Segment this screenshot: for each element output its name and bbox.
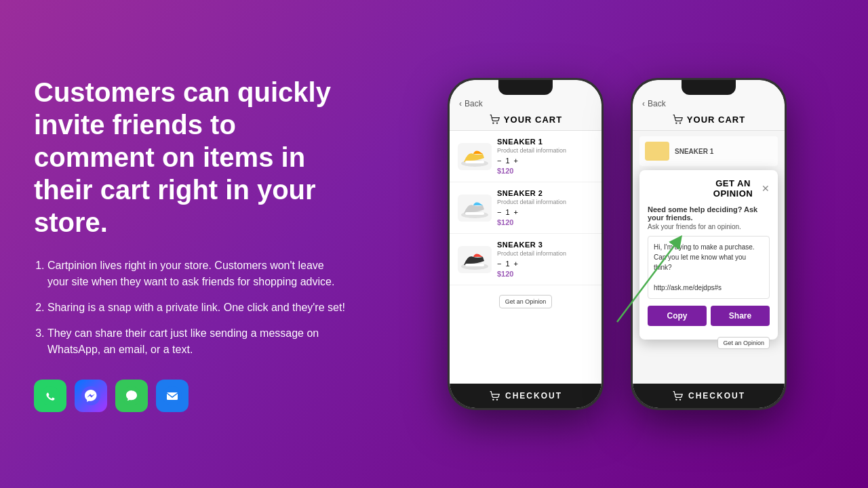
modal-header: GET AN OPINION ✕ — [648, 178, 770, 199]
phone-2-screen: ‹ Back YOUR CART SNEAKER — [633, 80, 785, 408]
item-3-price: $120 — [497, 270, 593, 278]
checkout-label-2: CHECKOUT — [688, 391, 745, 401]
messenger-icon[interactable] — [75, 380, 107, 412]
cart-title-label-1: YOUR CART — [504, 115, 562, 125]
svg-point-15 — [675, 122, 677, 123]
cart-title-label-2: YOUR CART — [687, 115, 745, 125]
item-2-details: SNEAKER 2 Product detail information − 1… — [497, 189, 593, 226]
phone-2-item-1-label: SNEAKER 1 — [675, 148, 713, 155]
svg-point-1 — [81, 386, 100, 405]
modal-buttons: Copy Share — [648, 306, 770, 326]
svg-point-5 — [492, 122, 494, 123]
svg-point-13 — [492, 399, 494, 400]
svg-point-0 — [41, 386, 60, 405]
back-button-1[interactable]: ‹ Back — [459, 99, 592, 108]
phone-2-footer[interactable]: CHECKOUT — [633, 384, 785, 408]
svg-point-6 — [496, 122, 498, 123]
left-panel: Customers can quickly invite friends to … — [0, 49, 380, 439]
item-3-name: SNEAKER 3 — [497, 241, 593, 249]
modal-title: GET AN OPINION — [705, 178, 762, 199]
svg-point-14 — [496, 399, 498, 400]
item-2-qty: − 1 + — [497, 208, 593, 216]
cart-item-2: SNEAKER 2 Product detail information − 1… — [450, 182, 601, 234]
qty-minus-3[interactable]: − — [497, 260, 501, 268]
checkout-label-1: CHECKOUT — [505, 391, 562, 401]
back-label-1: Back — [465, 99, 483, 108]
qty-plus-3[interactable]: + — [514, 260, 518, 268]
phone-1-content: SNEAKER 1 Product detail information − 1… — [450, 131, 601, 384]
phone-2-notch — [682, 80, 736, 95]
share-button[interactable]: Share — [711, 306, 770, 326]
qty-minus-1[interactable]: − — [497, 157, 501, 165]
qty-val-1: 1 — [505, 157, 509, 165]
feature-item-3: They can share their cart just like send… — [47, 325, 346, 358]
item-2-desc: Product detail information — [497, 199, 593, 205]
phone-1-footer[interactable]: CHECKOUT — [450, 384, 601, 408]
item-2-name: SNEAKER 2 — [497, 189, 593, 197]
feature-item-2: Sharing is a snap with a private link. O… — [47, 300, 346, 316]
phone-2-content: SNEAKER 1 GET AN OPINION ✕ Need some hel… — [633, 131, 785, 384]
mail-icon[interactable] — [156, 380, 189, 412]
modal-message-text: Hi, I'm trying to make a purchase. Can y… — [654, 243, 755, 291]
phone-1: ‹ Back YOUR CART — [448, 78, 604, 410]
app-icons — [34, 380, 346, 412]
item-1-price: $120 — [497, 167, 593, 175]
svg-rect-12 — [465, 264, 484, 266]
feature-list: Cartpinion lives right in your store. Cu… — [34, 258, 346, 358]
phone-2: ‹ Back YOUR CART SNEAKER — [631, 78, 787, 410]
modal-subtitle: Need some help deciding? Ask your friend… — [648, 205, 770, 222]
item-1-name: SNEAKER 1 — [497, 138, 593, 146]
item-1-qty: − 1 + — [497, 157, 593, 165]
item-2-image — [458, 195, 492, 222]
svg-point-16 — [679, 122, 681, 123]
qty-minus-2[interactable]: − — [497, 208, 501, 216]
back-label-2: Back — [648, 99, 666, 108]
item-3-qty: − 1 + — [497, 260, 593, 268]
sneaker1-label: SNEAKER 1 — [675, 148, 713, 155]
phone-1-screen: ‹ Back YOUR CART — [450, 80, 601, 408]
modal-close-button[interactable]: ✕ — [762, 183, 770, 194]
qty-plus-1[interactable]: + — [514, 157, 518, 165]
item-1-details: SNEAKER 1 Product detail information − 1… — [497, 138, 593, 175]
phones-container: ‹ Back YOUR CART — [380, 78, 868, 410]
modal-sub2: Ask your friends for an opinion. — [648, 223, 770, 230]
feature-item-1: Cartpinion lives right in your store. Cu… — [47, 258, 346, 290]
item-3-image — [458, 246, 492, 273]
copy-button[interactable]: Copy — [648, 306, 707, 326]
item-1-image — [458, 143, 492, 170]
item-2-price: $120 — [497, 218, 593, 226]
cart-item-1: SNEAKER 1 Product detail information − 1… — [450, 131, 601, 182]
main-heading: Customers can quickly invite friends to … — [34, 76, 346, 239]
svg-point-18 — [679, 399, 681, 400]
item-3-desc: Product detail information — [497, 250, 593, 257]
phone-2-item-1-img — [645, 142, 669, 161]
get-opinion-button-1[interactable]: Get an Opinion — [499, 295, 553, 308]
qty-val-2: 1 — [505, 208, 509, 216]
get-opinion-button-2[interactable]: Get an Opinion — [717, 337, 770, 349]
imessage-icon[interactable] — [115, 380, 148, 412]
back-button-2[interactable]: ‹ Back — [642, 99, 775, 108]
item-3-details: SNEAKER 3 Product detail information − 1… — [497, 241, 593, 278]
cart-title-2: YOUR CART — [642, 108, 775, 125]
qty-plus-2[interactable]: + — [514, 208, 518, 216]
cart-title-1: YOUR CART — [459, 108, 592, 125]
modal-message-box[interactable]: Hi, I'm trying to make a purchase. Can y… — [648, 236, 770, 299]
svg-rect-4 — [167, 392, 178, 400]
opinion-modal: GET AN OPINION ✕ Need some help deciding… — [639, 170, 778, 340]
qty-val-3: 1 — [505, 260, 509, 268]
svg-rect-10 — [465, 212, 484, 215]
item-1-desc: Product detail information — [497, 147, 593, 154]
phone-1-notch — [498, 80, 553, 95]
svg-point-17 — [675, 399, 677, 400]
whatsapp-icon[interactable] — [34, 380, 66, 412]
svg-rect-8 — [465, 161, 484, 163]
get-opinion-wrapper: Get an Opinion — [450, 285, 601, 318]
cart-item-3: SNEAKER 3 Product detail information − 1… — [450, 234, 601, 285]
phone-2-sneaker-1: SNEAKER 1 — [639, 136, 778, 166]
